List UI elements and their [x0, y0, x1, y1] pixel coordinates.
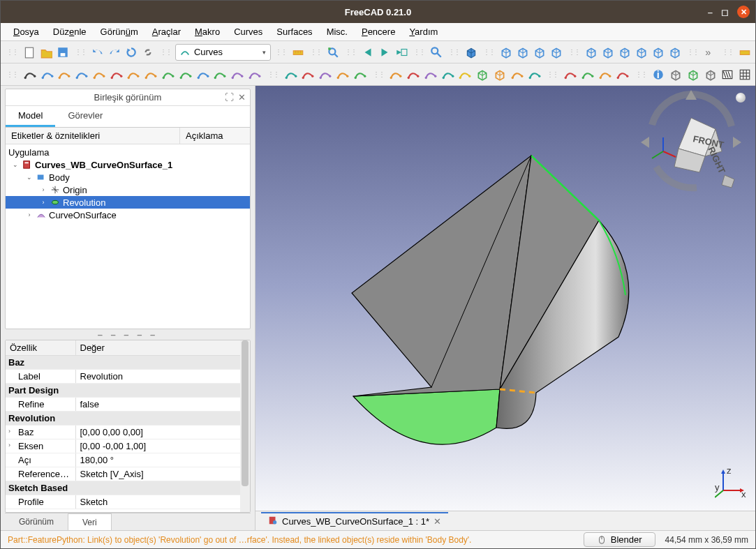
- rail-button[interactable]: [580, 66, 595, 84]
- iso1-button[interactable]: [498, 43, 514, 61]
- window-minimize-button[interactable]: –: [708, 7, 713, 17]
- curve-green-button[interactable]: [212, 66, 228, 84]
- sweep-button[interactable]: [598, 66, 613, 84]
- tab-data[interactable]: Veri: [68, 513, 112, 531]
- prop-scrollbar[interactable]: [240, 340, 250, 512]
- front-button[interactable]: [584, 43, 599, 61]
- menu-yardım[interactable]: Yardım: [403, 25, 443, 38]
- cyl-button[interactable]: [458, 66, 473, 84]
- info-button[interactable]: i: [651, 66, 667, 84]
- menu-makro[interactable]: Makro: [189, 25, 225, 38]
- plane-button[interactable]: [703, 66, 718, 84]
- save-file-button[interactable]: [55, 43, 71, 61]
- circle-button[interactable]: [440, 66, 456, 84]
- navigation-style-button[interactable]: Blender: [584, 532, 655, 547]
- tree-revolution[interactable]: › Revolution: [6, 196, 250, 209]
- zebra-button[interactable]: [720, 66, 736, 84]
- profile-button[interactable]: [178, 66, 193, 84]
- prop-reference[interactable]: Reference…Sketch [V_Axis]: [6, 467, 250, 481]
- prop-refine[interactable]: Refinefalse: [6, 398, 250, 412]
- prop-col-value[interactable]: Değer: [75, 340, 250, 356]
- shell-button[interactable]: [318, 66, 333, 84]
- link-button[interactable]: [140, 43, 156, 61]
- prop-col-property[interactable]: Özellik: [6, 340, 75, 356]
- nav-fwd-button[interactable]: [377, 43, 392, 61]
- left-button[interactable]: [667, 43, 683, 61]
- tree-origin[interactable]: › Origin: [6, 183, 250, 196]
- surface-rev-button[interactable]: [300, 66, 316, 84]
- right-button[interactable]: [617, 43, 632, 61]
- menu-görünüm[interactable]: Görünüm: [95, 25, 144, 38]
- planar-button[interactable]: [510, 66, 525, 84]
- join-button[interactable]: [91, 66, 107, 84]
- prop-baz[interactable]: ›Baz[0,00 0,00 0,00]: [6, 426, 250, 439]
- cprofile-button[interactable]: [563, 66, 578, 84]
- bottom-button[interactable]: [651, 43, 666, 61]
- freehand-button[interactable]: [143, 66, 158, 84]
- model-tree[interactable]: Uygulama ⌄ Curves_WB_CurveOnSurface_1 ⌄ …: [6, 144, 250, 223]
- surface-net-button[interactable]: [283, 66, 299, 84]
- window-close-button[interactable]: ✕: [737, 6, 750, 18]
- grip-icon[interactable]: ⋮⋮: [3, 70, 20, 78]
- sweep2-button[interactable]: [615, 66, 630, 84]
- tab-view[interactable]: Görünüm: [5, 513, 68, 530]
- bspline-button[interactable]: [57, 66, 73, 84]
- menu-curves[interactable]: Curves: [228, 25, 268, 38]
- more-button[interactable]: »: [702, 43, 718, 61]
- top-button[interactable]: [600, 43, 616, 61]
- prop-aci[interactable]: Açı180,00 °: [6, 453, 250, 467]
- panel-expand-icon[interactable]: ⛶: [225, 92, 234, 103]
- prop-label[interactable]: LabelRevolution: [6, 370, 250, 384]
- menu-araçlar[interactable]: Araçlar: [147, 25, 186, 38]
- zoom-button[interactable]: [429, 43, 444, 61]
- bspline-edit-button[interactable]: [40, 66, 55, 84]
- tree-curveonsurface[interactable]: › CurveOnSurface: [6, 209, 250, 221]
- cube3d-button[interactable]: [475, 66, 490, 84]
- body-button[interactable]: [668, 66, 683, 84]
- tree-doc[interactable]: ⌄ Curves_WB_CurveOnSurface_1: [6, 158, 250, 171]
- document-tab[interactable]: Curves_WB_CurveOnSurface_1 : 1* ✕: [261, 512, 448, 529]
- menu-dosya[interactable]: Dosya: [8, 25, 45, 38]
- line-button[interactable]: [22, 66, 38, 84]
- undo-button[interactable]: [90, 43, 105, 61]
- curve-net-button[interactable]: [389, 66, 404, 84]
- measure-button[interactable]: [290, 43, 306, 61]
- box-button[interactable]: [492, 66, 507, 84]
- prop-eksen[interactable]: ›Eksen[0,00 -0,00 1,00]: [6, 439, 250, 453]
- fill-button[interactable]: [335, 66, 350, 84]
- measure2-button[interactable]: [737, 43, 753, 61]
- cube-main-button[interactable]: [464, 43, 479, 61]
- redo-button[interactable]: [107, 43, 122, 61]
- widget-button[interactable]: [527, 66, 542, 84]
- surface-extend-button[interactable]: [230, 66, 245, 84]
- shape-button[interactable]: [247, 66, 262, 84]
- panel-close-icon[interactable]: ✕: [238, 92, 246, 103]
- split-button[interactable]: [126, 66, 142, 84]
- iso3-button[interactable]: [532, 43, 547, 61]
- curve-lin-button[interactable]: [195, 66, 211, 84]
- menu-düzenle[interactable]: Düzenle: [47, 25, 92, 38]
- tree-root[interactable]: Uygulama: [6, 146, 250, 158]
- window-maximize-button[interactable]: ◻: [721, 7, 729, 17]
- tab-model[interactable]: Model: [6, 106, 55, 127]
- menu-surfaces[interactable]: Surfaces: [271, 25, 318, 38]
- box-solid-button[interactable]: [685, 66, 701, 84]
- arc-tool-button[interactable]: [74, 66, 89, 84]
- refresh-button[interactable]: [124, 43, 139, 61]
- iso2-button[interactable]: [515, 43, 531, 61]
- sphere-button[interactable]: [423, 66, 438, 84]
- menu-misc.[interactable]: Misc.: [321, 25, 353, 38]
- fit-all-button[interactable]: [325, 43, 341, 61]
- menu-pencere[interactable]: Pencere: [356, 25, 401, 38]
- open-file-button[interactable]: [38, 43, 54, 61]
- nav-back-button[interactable]: [360, 43, 376, 61]
- prop-profile[interactable]: ProfileSketch: [6, 495, 250, 509]
- tree-body[interactable]: ⌄ Body: [6, 171, 250, 183]
- new-file-button[interactable]: [22, 43, 37, 61]
- grid-button[interactable]: [737, 66, 753, 84]
- surface-ed-button[interactable]: [353, 66, 368, 84]
- workbench-selector[interactable]: Curves▾: [175, 44, 271, 61]
- grip-icon[interactable]: ⋮⋮: [3, 48, 20, 56]
- extend-button[interactable]: [109, 66, 124, 84]
- iso4-button[interactable]: [549, 43, 564, 61]
